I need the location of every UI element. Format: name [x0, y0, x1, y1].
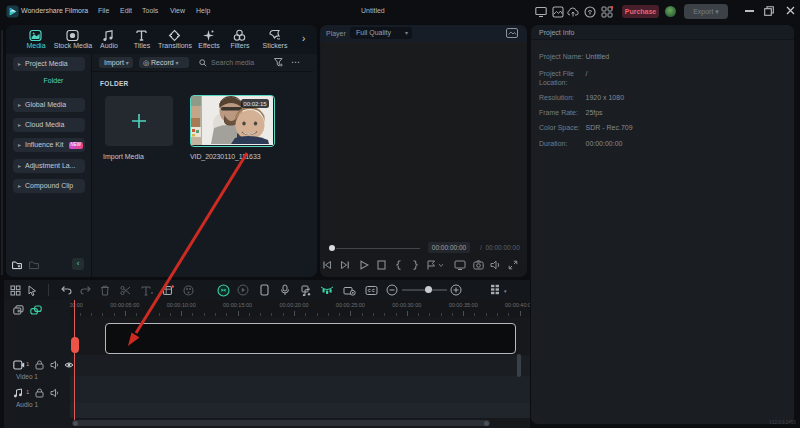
svg-text:00:02:15: 00:02:15	[243, 101, 267, 107]
